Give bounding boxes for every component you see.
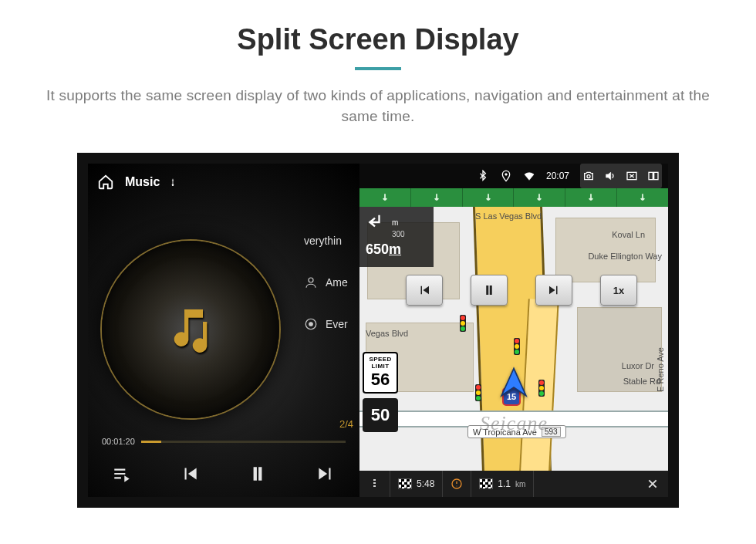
- demo-speed-button[interactable]: 1x: [600, 275, 637, 306]
- volume-icon[interactable]: [604, 170, 616, 182]
- speed-limit-value: 56: [371, 370, 390, 390]
- prev-button[interactable]: [177, 461, 203, 487]
- album-art: [102, 241, 279, 418]
- track-album-text: Ever: [326, 318, 348, 330]
- nav-bottom-bar: 5:48 1.1 km: [359, 471, 668, 497]
- music-topbar: Music: [88, 164, 359, 196]
- demo-pause-button[interactable]: [471, 275, 508, 306]
- close-window-icon[interactable]: [626, 170, 638, 182]
- speed-limit-sign: SPEED LIMIT 56: [363, 352, 398, 394]
- lane-6: [617, 188, 668, 207]
- track-counter: 2/4: [339, 418, 353, 430]
- playlist-button[interactable]: [109, 461, 135, 487]
- turn-instruction: m 300 650m: [359, 207, 434, 267]
- turn-next-dist-unit: m: [392, 218, 398, 227]
- track-artist-text: Ame: [326, 276, 348, 289]
- svg-point-4: [505, 174, 508, 176]
- track-list: verythin Ame Ever: [304, 231, 348, 333]
- street-label: S Las Vegas Blvd: [475, 211, 542, 221]
- turn-total-dist-unit: m: [389, 242, 401, 257]
- music-controls: [88, 457, 359, 491]
- person-icon: [304, 275, 318, 289]
- speed-limit-label: SPEED: [369, 356, 391, 363]
- usb-icon: [169, 175, 177, 189]
- checkered-flag-icon: [398, 478, 412, 489]
- nav-distance-unit: km: [515, 480, 525, 488]
- track-row-album[interactable]: Ever: [304, 315, 348, 333]
- disc-icon: [304, 317, 318, 331]
- status-actions: [580, 164, 662, 188]
- svg-rect-7: [649, 173, 653, 180]
- music-title: Music: [125, 175, 160, 189]
- traffic-light-icon: [538, 380, 545, 397]
- traffic-light-icon: [514, 338, 520, 355]
- street-label: Koval Ln: [612, 230, 645, 239]
- nav-waypoint[interactable]: [443, 471, 471, 497]
- track-row-title[interactable]: verythin: [304, 231, 348, 250]
- bluetooth-icon: [477, 170, 489, 182]
- lane-3: [463, 188, 515, 207]
- nav-eta[interactable]: 5:48: [390, 471, 443, 497]
- street-label: E Reno Ave: [656, 347, 665, 392]
- map-block: [555, 218, 656, 282]
- demo-next-button[interactable]: [535, 275, 572, 306]
- nav-menu-button[interactable]: [359, 471, 390, 497]
- music-note-icon: [166, 303, 215, 356]
- nav-eta-value: 5:48: [417, 478, 434, 489]
- current-speed: 50: [363, 398, 398, 432]
- lane-1: [359, 188, 411, 207]
- nav-distance-value: 1.1: [498, 478, 511, 489]
- waypoint-warning-icon: [451, 478, 463, 490]
- home-icon[interactable]: [96, 174, 116, 191]
- lane-2: [411, 188, 463, 207]
- turn-next-dist: 300: [392, 230, 405, 238]
- demo-controls: 1x: [406, 275, 637, 306]
- elapsed-time: 00:01:20: [102, 437, 135, 446]
- street-label: Vegas Blvd: [366, 329, 408, 338]
- svg-point-3: [310, 323, 312, 325]
- svg-point-5: [587, 175, 590, 178]
- status-time: 20:07: [546, 171, 569, 181]
- wifi-icon: [523, 170, 535, 182]
- page-title: Split Screen Display: [237, 23, 518, 56]
- track-title-text: verythin: [304, 235, 342, 247]
- android-statusbar: 20:07: [359, 164, 668, 188]
- nav-close-button[interactable]: [637, 471, 668, 497]
- lane-4: [514, 188, 565, 207]
- traffic-light-icon: [460, 315, 466, 332]
- progress-bar[interactable]: [141, 441, 346, 443]
- current-street-pill: W Tropicana Ave 593: [467, 425, 566, 438]
- turn-total-dist: 650: [366, 242, 389, 257]
- lane-guidance-bar: [359, 188, 668, 207]
- navigation-panel: 20:07 S Las Vegas Blvd K: [359, 164, 668, 497]
- page-subtitle: It supports the same screen display of t…: [39, 86, 717, 127]
- current-street-name: W Tropicana Ave: [473, 427, 537, 437]
- music-panel: Music verythin Ame Ever 2/4: [88, 164, 359, 497]
- split-screen-icon[interactable]: [647, 170, 660, 182]
- demo-prev-button[interactable]: [406, 275, 443, 306]
- svg-point-0: [309, 278, 313, 282]
- nav-distance[interactable]: 1.1 km: [471, 471, 534, 497]
- next-button[interactable]: [312, 461, 339, 487]
- street-label: Duke Ellington Way: [588, 252, 662, 261]
- map-canvas[interactable]: S Las Vegas Blvd Koval Ln Duke Ellington…: [359, 207, 668, 471]
- svg-rect-8: [654, 173, 658, 180]
- traffic-light-icon: [475, 384, 481, 401]
- turn-left-icon: [366, 211, 387, 233]
- vehicle-cursor-icon: [498, 366, 530, 401]
- title-underline: [355, 67, 401, 70]
- checkered-flag-icon: [479, 478, 493, 489]
- lane-5: [565, 188, 617, 207]
- camera-icon[interactable]: [582, 170, 595, 182]
- device-frame: Music verythin Ame Ever 2/4: [77, 153, 679, 508]
- location-icon: [500, 170, 512, 182]
- speed-limit-label: LIMIT: [372, 363, 390, 370]
- music-progress[interactable]: 00:01:20: [102, 437, 346, 446]
- street-label: Stable Rd: [623, 377, 660, 386]
- track-row-artist[interactable]: Ame: [304, 273, 348, 292]
- pause-button[interactable]: [245, 461, 271, 487]
- street-house-number: 593: [542, 427, 561, 437]
- street-label: Luxor Dr: [622, 361, 654, 370]
